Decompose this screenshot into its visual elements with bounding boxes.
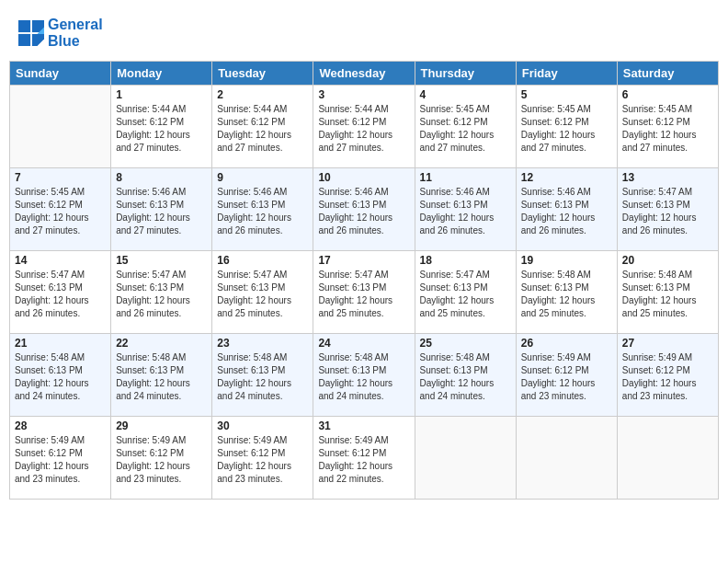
day-number: 19 [521, 254, 612, 267]
day-number: 24 [318, 337, 409, 350]
calendar-day-cell: 20Sunrise: 5:48 AM Sunset: 6:13 PM Dayli… [617, 251, 718, 334]
day-info: Sunrise: 5:49 AM Sunset: 6:12 PM Dayligh… [318, 434, 409, 486]
day-info: Sunrise: 5:48 AM Sunset: 6:13 PM Dayligh… [217, 351, 308, 403]
day-info: Sunrise: 5:48 AM Sunset: 6:13 PM Dayligh… [521, 269, 612, 320]
day-number: 11 [420, 171, 511, 184]
day-info: Sunrise: 5:46 AM Sunset: 6:13 PM Dayligh… [116, 186, 207, 237]
calendar-day-cell [617, 417, 718, 500]
day-info: Sunrise: 5:45 AM Sunset: 6:12 PM Dayligh… [622, 103, 713, 155]
calendar-day-cell: 10Sunrise: 5:46 AM Sunset: 6:13 PM Dayli… [313, 168, 415, 251]
day-number: 14 [15, 254, 106, 267]
weekday-header-wednesday: Wednesday [313, 62, 415, 86]
calendar-day-cell: 4Sunrise: 5:45 AM Sunset: 6:12 PM Daylig… [415, 86, 516, 168]
calendar-table: SundayMondayTuesdayWednesdayThursdayFrid… [9, 61, 719, 500]
day-number: 1 [116, 88, 207, 101]
logo-text: General Blue [48, 17, 103, 50]
day-number: 8 [116, 171, 207, 184]
day-info: Sunrise: 5:46 AM Sunset: 6:13 PM Dayligh… [318, 186, 409, 237]
day-number: 6 [622, 88, 713, 101]
day-info: Sunrise: 5:47 AM Sunset: 6:13 PM Dayligh… [420, 269, 511, 320]
day-number: 3 [318, 88, 409, 101]
calendar-day-cell: 17Sunrise: 5:47 AM Sunset: 6:13 PM Dayli… [313, 251, 415, 334]
calendar-day-cell: 26Sunrise: 5:49 AM Sunset: 6:12 PM Dayli… [516, 334, 617, 417]
weekday-header-thursday: Thursday [415, 62, 516, 86]
weekday-header-saturday: Saturday [617, 62, 718, 86]
calendar-day-cell: 1Sunrise: 5:44 AM Sunset: 6:12 PM Daylig… [111, 86, 212, 168]
calendar-day-cell: 24Sunrise: 5:48 AM Sunset: 6:13 PM Dayli… [313, 334, 415, 417]
logo-icon [18, 20, 44, 46]
day-number: 12 [521, 171, 612, 184]
calendar-day-cell: 11Sunrise: 5:46 AM Sunset: 6:13 PM Dayli… [415, 168, 516, 251]
calendar-day-cell: 12Sunrise: 5:46 AM Sunset: 6:13 PM Dayli… [516, 168, 617, 251]
calendar-day-cell: 28Sunrise: 5:49 AM Sunset: 6:12 PM Dayli… [10, 417, 111, 500]
day-info: Sunrise: 5:45 AM Sunset: 6:12 PM Dayligh… [420, 103, 511, 155]
day-number: 16 [217, 254, 308, 267]
day-info: Sunrise: 5:48 AM Sunset: 6:13 PM Dayligh… [622, 269, 713, 320]
calendar-day-cell: 9Sunrise: 5:46 AM Sunset: 6:13 PM Daylig… [212, 168, 313, 251]
calendar-day-cell: 19Sunrise: 5:48 AM Sunset: 6:13 PM Dayli… [516, 251, 617, 334]
day-number: 7 [15, 171, 106, 184]
day-number: 23 [217, 337, 308, 350]
day-number: 29 [116, 419, 207, 432]
day-info: Sunrise: 5:48 AM Sunset: 6:13 PM Dayligh… [420, 351, 511, 403]
calendar-day-cell: 30Sunrise: 5:49 AM Sunset: 6:12 PM Dayli… [212, 417, 313, 500]
day-info: Sunrise: 5:44 AM Sunset: 6:12 PM Dayligh… [116, 103, 207, 155]
calendar-day-cell: 23Sunrise: 5:48 AM Sunset: 6:13 PM Dayli… [212, 334, 313, 417]
day-number: 28 [15, 419, 106, 432]
day-number: 17 [318, 254, 409, 267]
calendar-day-cell: 5Sunrise: 5:45 AM Sunset: 6:12 PM Daylig… [516, 86, 617, 168]
day-info: Sunrise: 5:44 AM Sunset: 6:12 PM Dayligh… [217, 103, 308, 155]
day-info: Sunrise: 5:48 AM Sunset: 6:13 PM Dayligh… [15, 351, 106, 403]
day-info: Sunrise: 5:47 AM Sunset: 6:13 PM Dayligh… [318, 269, 409, 320]
day-info: Sunrise: 5:45 AM Sunset: 6:12 PM Dayligh… [15, 186, 106, 237]
day-number: 27 [622, 337, 713, 350]
day-number: 13 [622, 171, 713, 184]
day-info: Sunrise: 5:49 AM Sunset: 6:12 PM Dayligh… [622, 351, 713, 403]
day-info: Sunrise: 5:47 AM Sunset: 6:13 PM Dayligh… [116, 269, 207, 320]
calendar-day-cell: 27Sunrise: 5:49 AM Sunset: 6:12 PM Dayli… [617, 334, 718, 417]
calendar-day-cell: 8Sunrise: 5:46 AM Sunset: 6:13 PM Daylig… [111, 168, 212, 251]
svg-marker-3 [32, 34, 44, 46]
calendar-day-cell: 25Sunrise: 5:48 AM Sunset: 6:13 PM Dayli… [415, 334, 516, 417]
day-number: 4 [420, 88, 511, 101]
weekday-header-row: SundayMondayTuesdayWednesdayThursdayFrid… [10, 62, 719, 86]
day-info: Sunrise: 5:46 AM Sunset: 6:13 PM Dayligh… [420, 186, 511, 237]
calendar-day-cell [10, 86, 111, 168]
day-number: 15 [116, 254, 207, 267]
svg-rect-2 [18, 34, 30, 46]
calendar-day-cell: 16Sunrise: 5:47 AM Sunset: 6:13 PM Dayli… [212, 251, 313, 334]
calendar-day-cell: 15Sunrise: 5:47 AM Sunset: 6:13 PM Dayli… [111, 251, 212, 334]
calendar-day-cell: 2Sunrise: 5:44 AM Sunset: 6:12 PM Daylig… [212, 86, 313, 168]
day-info: Sunrise: 5:48 AM Sunset: 6:13 PM Dayligh… [116, 351, 207, 403]
weekday-header-friday: Friday [516, 62, 617, 86]
day-info: Sunrise: 5:48 AM Sunset: 6:13 PM Dayligh… [318, 351, 409, 403]
day-info: Sunrise: 5:49 AM Sunset: 6:12 PM Dayligh… [15, 434, 106, 486]
day-number: 31 [318, 419, 409, 432]
day-number: 30 [217, 419, 308, 432]
calendar-week-row: 21Sunrise: 5:48 AM Sunset: 6:13 PM Dayli… [10, 334, 719, 417]
calendar-day-cell: 31Sunrise: 5:49 AM Sunset: 6:12 PM Dayli… [313, 417, 415, 500]
calendar-week-row: 14Sunrise: 5:47 AM Sunset: 6:13 PM Dayli… [10, 251, 719, 334]
day-number: 25 [420, 337, 511, 350]
calendar-day-cell [516, 417, 617, 500]
calendar-subtitle [9, 53, 719, 61]
logo: General Blue [18, 17, 103, 50]
weekday-header-tuesday: Tuesday [212, 62, 313, 86]
day-number: 9 [217, 171, 308, 184]
day-info: Sunrise: 5:49 AM Sunset: 6:12 PM Dayligh… [217, 434, 308, 486]
day-info: Sunrise: 5:44 AM Sunset: 6:12 PM Dayligh… [318, 103, 409, 155]
day-info: Sunrise: 5:46 AM Sunset: 6:13 PM Dayligh… [521, 186, 612, 237]
day-info: Sunrise: 5:47 AM Sunset: 6:13 PM Dayligh… [217, 269, 308, 320]
weekday-header-sunday: Sunday [10, 62, 111, 86]
day-info: Sunrise: 5:47 AM Sunset: 6:13 PM Dayligh… [15, 269, 106, 320]
calendar-day-cell: 21Sunrise: 5:48 AM Sunset: 6:13 PM Dayli… [10, 334, 111, 417]
calendar-day-cell: 14Sunrise: 5:47 AM Sunset: 6:13 PM Dayli… [10, 251, 111, 334]
svg-rect-0 [18, 20, 30, 32]
day-info: Sunrise: 5:49 AM Sunset: 6:12 PM Dayligh… [521, 351, 612, 403]
day-info: Sunrise: 5:47 AM Sunset: 6:13 PM Dayligh… [622, 186, 713, 237]
day-number: 22 [116, 337, 207, 350]
calendar-week-row: 28Sunrise: 5:49 AM Sunset: 6:12 PM Dayli… [10, 417, 719, 500]
calendar-day-cell: 7Sunrise: 5:45 AM Sunset: 6:12 PM Daylig… [10, 168, 111, 251]
calendar-day-cell: 6Sunrise: 5:45 AM Sunset: 6:12 PM Daylig… [617, 86, 718, 168]
calendar-day-cell [415, 417, 516, 500]
